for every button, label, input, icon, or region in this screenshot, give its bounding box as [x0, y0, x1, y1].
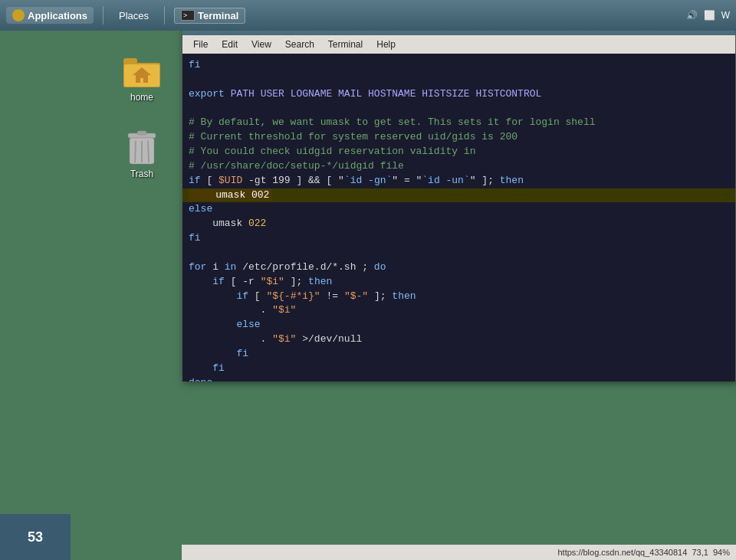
taskbar-divider	[103, 6, 104, 25]
status-percent: 94%	[713, 548, 730, 557]
code-line-fi2: fi	[189, 231, 729, 246]
trash-icon[interactable]: Trash	[111, 130, 172, 179]
places-menu[interactable]: Places	[113, 8, 155, 24]
code-line-c2: # Current threshold for system reserved …	[189, 130, 729, 145]
menu-view[interactable]: View	[245, 38, 278, 51]
menu-file[interactable]: File	[187, 38, 214, 51]
taskbar-divider2	[164, 6, 165, 25]
terminal-taskbar-button[interactable]: Terminal	[174, 8, 245, 24]
taskbar-w-label: W	[721, 10, 730, 21]
code-line-blank3	[189, 246, 729, 260]
menu-help[interactable]: Help	[370, 38, 402, 51]
app-icon	[12, 9, 25, 21]
bottom-number: 53	[28, 529, 43, 545]
code-line-umask022: umask 022	[189, 217, 729, 231]
svg-rect-5	[137, 131, 146, 135]
status-line: 73,1	[692, 548, 708, 557]
home-icon-label: home	[130, 92, 153, 103]
code-line-c1: # By default, we want umask to get set. …	[189, 116, 729, 130]
code-line-dot1: . "$i"	[189, 303, 729, 318]
bottom-panel: 53	[0, 514, 71, 560]
svg-line-7	[135, 141, 136, 162]
applications-label: Applications	[28, 10, 87, 21]
terminal-taskbar-label: Terminal	[198, 10, 238, 21]
code-line-for: for i in /etc/profile.d/*.sh ; do	[189, 260, 729, 275]
code-line-blank2	[189, 102, 729, 116]
menu-edit[interactable]: Edit	[215, 38, 244, 51]
code-line-else2: else	[189, 318, 729, 332]
code-line-fi4: fi	[189, 362, 729, 376]
terminal-window: root@localhost:~/Desktop - □ × File Edit…	[182, 10, 736, 381]
code-line-fi3: fi	[189, 347, 729, 362]
status-url: https://blog.csdn.net/qq_43340814	[557, 548, 687, 557]
code-line-else: else	[189, 202, 729, 217]
code-line-if2: if [ -r "$i" ]; then	[189, 275, 729, 290]
terminal-statusbar: https://blog.csdn.net/qq_43340814 73,1 9…	[182, 545, 736, 560]
svg-rect-1	[123, 58, 137, 64]
code-line-export: export PATH USER LOGNAME MAIL HOSTNAME H…	[189, 87, 729, 102]
taskbar: Applications Places Terminal 🔊 ⬜ W	[0, 0, 736, 31]
code-line-dot2: . "$i" >/dev/null	[189, 332, 729, 347]
svg-line-9	[148, 141, 149, 162]
code-line-done: done	[189, 376, 729, 382]
home-folder-img	[123, 54, 160, 90]
code-line-fi: fi	[189, 58, 729, 73]
trash-img	[123, 130, 160, 167]
home-icon[interactable]: home	[111, 54, 172, 103]
terminal-content: fi export PATH USER LOGNAME MAIL HOSTNAM…	[182, 54, 735, 382]
taskbar-right: 🔊 ⬜ W	[686, 10, 730, 21]
terminal-menubar: File Edit View Search Terminal Help	[182, 35, 735, 54]
code-line-c4: # /usr/share/doc/setup-*/uidgid file	[189, 159, 729, 174]
code-line-blank	[189, 73, 729, 87]
applications-menu[interactable]: Applications	[6, 7, 94, 24]
code-line-if3: if [ "${-#*i}" != "$-" ]; then	[189, 290, 729, 304]
taskbar-audio-icon: 🔊	[686, 10, 698, 21]
trash-icon-label: Trash	[130, 169, 153, 179]
code-line-if: if [ $UID -gt 199 ] && [ "`id -gn`" = "`…	[189, 174, 729, 188]
menu-terminal[interactable]: Terminal	[322, 38, 369, 51]
terminal-icon	[181, 10, 195, 21]
menu-search[interactable]: Search	[279, 38, 320, 51]
code-line-c3: # You could check uidgid reservation val…	[189, 145, 729, 159]
taskbar-screen-icon: ⬜	[704, 10, 715, 21]
code-line-umask002: umask 002	[182, 188, 735, 203]
